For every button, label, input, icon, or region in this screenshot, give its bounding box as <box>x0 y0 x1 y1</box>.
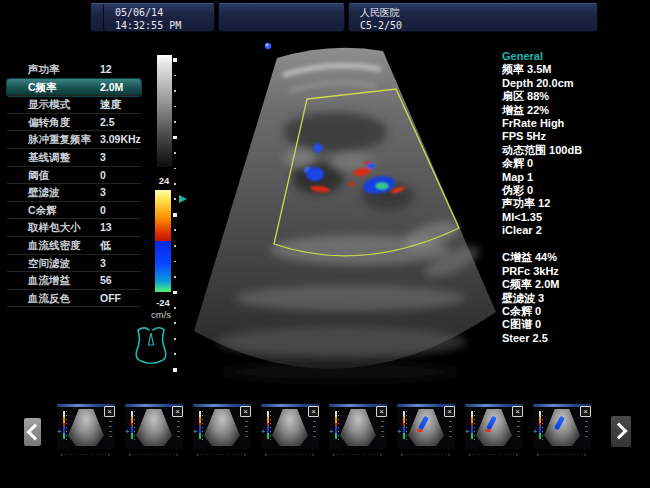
info-line: 余辉 0 <box>502 157 648 170</box>
thumbnail-1[interactable]: × ‹··············› <box>57 403 115 458</box>
ultrasound-image <box>182 40 502 385</box>
colorbar-positive-flow <box>155 190 171 241</box>
info-line: C增益 44% <box>502 251 648 264</box>
thumbnail-close-icon[interactable]: × <box>444 406 455 417</box>
thumb-sector-image <box>204 409 240 446</box>
param-value: 2.5 <box>100 116 115 128</box>
param-value: 0 <box>100 169 106 181</box>
time-text: 14:32:55 PM <box>115 19 208 32</box>
thumbnail-caption: ‹··············› <box>329 451 387 458</box>
thumb-ruler <box>270 411 271 441</box>
sidebar-item-spatial-filter[interactable]: 空间滤波3 <box>7 255 141 273</box>
image-info-panel: General 频率 3.5M Depth 20.0cm 扇区 88% 增益 2… <box>502 50 648 345</box>
info-line: Depth 20.0cm <box>502 77 648 90</box>
thumb-marker-icon <box>261 428 266 436</box>
thumbnail-close-icon[interactable]: × <box>308 406 319 417</box>
thumbnail-close-icon[interactable]: × <box>512 406 523 417</box>
info-line: C图谱 0 <box>502 318 648 331</box>
sidebar-item-threshold[interactable]: 阈值0 <box>7 167 141 185</box>
thumb-doppler-red <box>417 429 423 432</box>
param-label: 血流反色 <box>28 292 70 306</box>
param-label: 空间滤波 <box>28 257 70 271</box>
info-line: 动态范围 100dB <box>502 144 648 157</box>
info-line: Steer 2.5 <box>502 332 648 345</box>
info-line: C频率 2.0M <box>502 278 648 291</box>
body-marker-icon <box>134 326 168 366</box>
param-label: 脉冲重复频率 <box>28 133 91 147</box>
param-label: 声功率 <box>28 63 60 77</box>
topbar-patient-box <box>218 3 345 32</box>
sidebar-item-acoustic-power[interactable]: 声功率12 <box>7 61 141 79</box>
chevron-left-icon <box>27 424 44 441</box>
thumbnail-close-icon[interactable]: × <box>580 406 591 417</box>
param-label: C余辉 <box>28 204 57 218</box>
sidebar-item-wall-filter[interactable]: 壁滤波3 <box>7 184 141 202</box>
thumb-marker-icon <box>397 428 402 436</box>
chevron-right-icon <box>611 423 628 440</box>
thumbnail-caption: ‹··············› <box>261 451 319 458</box>
param-label: C频率 <box>28 81 57 95</box>
thumbnail-4[interactable]: × ‹··············› <box>261 403 319 458</box>
thumb-ruler <box>542 411 543 441</box>
probe-model: C5-2/50 <box>360 19 591 32</box>
thumb-marker-icon <box>57 428 62 436</box>
thumb-marker-icon <box>465 428 470 436</box>
thumb-doppler-red <box>485 429 491 432</box>
info-line: MI<1.35 <box>502 211 648 224</box>
ultrasound-app-screen: 05/06/14 14:32:55 PM 人民医院 C5-2/50 声功率12 … <box>0 0 650 488</box>
info-line: FrRate High <box>502 117 648 130</box>
thumbnail-7[interactable]: × ‹··············› <box>465 403 523 458</box>
thumbnail-close-icon[interactable]: × <box>104 406 115 417</box>
thumbnail-caption: ‹··············› <box>397 451 455 458</box>
info-line: FPS 5Hz <box>502 130 648 143</box>
thumb-marker-icon <box>125 428 130 436</box>
strip-next-button[interactable] <box>611 416 631 447</box>
colorbar-negative-flow <box>155 241 171 292</box>
thumb-colorbar <box>403 411 405 439</box>
thumbnail-8[interactable]: × ‹··············› <box>533 403 591 458</box>
param-label: 基线调整 <box>28 151 70 165</box>
thumbnail-caption: ‹··············› <box>465 451 523 458</box>
param-value: 速度 <box>100 98 121 112</box>
thumbnail-close-icon[interactable]: × <box>172 406 183 417</box>
info-line: 增益 22% <box>502 104 648 117</box>
info-line: iClear 2 <box>502 224 648 237</box>
sidebar-item-flow-gain[interactable]: 血流增益56 <box>7 272 141 290</box>
thumb-ruler <box>66 411 67 441</box>
thumbnail-6[interactable]: × ‹··············› <box>397 403 455 458</box>
sidebar-item-c-persistence[interactable]: C余辉0 <box>7 202 141 220</box>
param-value: 3 <box>100 151 106 163</box>
thumb-sector-image <box>68 409 104 446</box>
thumb-colorbar <box>267 411 269 439</box>
thumbnail-3[interactable]: × ‹··············› <box>193 403 251 458</box>
thumbnail-close-icon[interactable]: × <box>376 406 387 417</box>
preset-section-title: General <box>502 50 648 63</box>
sidebar-item-display-mode[interactable]: 显示模式速度 <box>7 96 141 114</box>
sidebar-item-prf[interactable]: 脉冲重复频率3.09KHz <box>7 131 141 149</box>
strip-previous-button[interactable] <box>24 418 41 446</box>
param-label: 显示模式 <box>28 98 70 112</box>
param-value: 3 <box>100 186 106 198</box>
param-label: 偏转角度 <box>28 116 70 130</box>
param-label: 血流增益 <box>28 274 70 288</box>
thumbnail-5[interactable]: × ‹··············› <box>329 403 387 458</box>
thumb-sector-image <box>272 409 308 446</box>
thumbnail-caption: ‹··············› <box>533 451 591 458</box>
sidebar-item-line-density[interactable]: 血流线密度低 <box>7 237 141 255</box>
param-label: 取样包大小 <box>28 221 81 235</box>
sidebar-item-c-frequency[interactable]: C频率2.0M <box>7 79 141 97</box>
info-line: PRFc 3kHz <box>502 265 648 278</box>
info-line: 频率 3.5M <box>502 63 648 76</box>
sidebar-item-flow-invert[interactable]: 血流反色OFF <box>7 290 141 308</box>
thumbnail-close-icon[interactable]: × <box>240 406 251 417</box>
sidebar-item-steer-angle[interactable]: 偏转角度2.5 <box>7 114 141 132</box>
sector-fan <box>194 48 496 382</box>
thumb-colorbar <box>471 411 473 439</box>
thumb-marker-icon <box>329 428 334 436</box>
thumb-ruler <box>134 411 135 441</box>
info-line: C余辉 0 <box>502 305 648 318</box>
clip-thumbnail-strip: × ‹··············› × ‹··············› × … <box>57 403 591 458</box>
sidebar-item-baseline[interactable]: 基线调整3 <box>7 149 141 167</box>
sidebar-item-packet-size[interactable]: 取样包大小13 <box>7 219 141 237</box>
thumbnail-2[interactable]: × ‹··············› <box>125 403 183 458</box>
